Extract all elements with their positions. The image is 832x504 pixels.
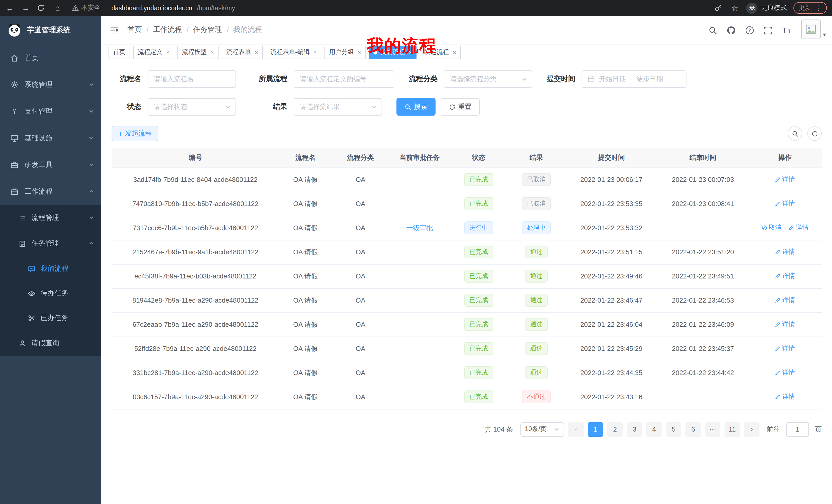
url-host: dashboard.yudao.iocoder.cn — [111, 4, 192, 11]
result-select[interactable]: 请选择流结果 — [294, 98, 382, 116]
page-content: 流程名 请输入流程名 所属流程 请输入流程定义的编号 流程分类 请选择流程分类 — [101, 61, 832, 504]
chevron-up-icon — [88, 240, 94, 247]
tab-my-process[interactable]: 我的流程× — [369, 46, 417, 59]
breadcrumb-task-mgmt[interactable]: 任务管理 — [193, 25, 222, 34]
page-size-select[interactable]: 10条/页 — [520, 422, 564, 437]
process-name-label: 流程名 — [111, 75, 141, 84]
browser-chrome: ← → ⌂ 不安全 | dashboard.yudao.iocoder.cn/b… — [0, 0, 832, 16]
detail-link[interactable]: 详情 — [775, 175, 795, 184]
refresh-table-button[interactable] — [807, 127, 822, 141]
more-pages-button[interactable]: ··· — [705, 422, 721, 437]
prev-page-button[interactable]: ‹ — [568, 422, 583, 437]
bookmark-star-icon[interactable]: ☆ — [730, 3, 739, 12]
address-bar[interactable]: 不安全 | dashboard.yudao.iocoder.cn/bpm/tas… — [72, 4, 235, 12]
submit-time-range[interactable]: 开始日期 - 结束日期 — [581, 71, 686, 88]
detail-link[interactable]: 详情 — [788, 223, 809, 232]
table-row: 3ad174fb-7b9d-11ec-8404-acde48001122 OA … — [111, 167, 822, 192]
browser-reload-icon[interactable] — [37, 4, 46, 12]
github-icon[interactable] — [727, 26, 736, 40]
page-button-4[interactable]: 4 — [646, 422, 662, 437]
tab-start-process[interactable]: 发起流程× — [420, 46, 461, 59]
chat-bubble-icon — [28, 265, 35, 273]
tab-process-form-edit[interactable]: 流程表单-编辑× — [266, 46, 321, 59]
browser-menu-icon[interactable]: ⋮ — [815, 4, 822, 12]
font-size-icon[interactable]: TT — [782, 26, 792, 40]
sidebar-item-todo-tasks[interactable]: 待办任务 — [0, 281, 101, 306]
page-button-2[interactable]: 2 — [607, 422, 623, 437]
sidebar-item-workflow[interactable]: 工作流程 — [0, 178, 101, 205]
search-button[interactable]: 搜索 — [396, 98, 436, 116]
page-button-6[interactable]: 6 — [685, 422, 701, 437]
tab-home[interactable]: 首页 — [108, 46, 130, 59]
home-icon — [10, 54, 19, 62]
avatar-caret-icon[interactable]: ▾ — [823, 31, 826, 40]
table-header-row: 编号 流程名 流程分类 当前审批任务 状态 结果 提交时间 结束时间 操作 — [111, 148, 822, 167]
close-icon[interactable]: × — [452, 49, 456, 56]
avatar[interactable] — [801, 20, 821, 39]
calendar-icon — [588, 76, 595, 83]
browser-back-icon[interactable]: ← — [5, 4, 15, 12]
cancel-link[interactable]: 取消 — [761, 223, 781, 232]
page-button-1[interactable]: 1 — [588, 422, 603, 437]
task-link[interactable]: 一级审批 — [406, 224, 433, 231]
process-def-input[interactable]: 请输入流程定义的编号 — [294, 71, 394, 88]
page-button-5[interactable]: 5 — [666, 422, 681, 437]
hamburger-icon[interactable] — [101, 25, 128, 35]
sidebar-item-infra[interactable]: 基础设施 — [0, 125, 101, 151]
sidebar-item-leave-query[interactable]: 请假查询 — [0, 330, 101, 356]
detail-link[interactable]: 详情 — [775, 272, 795, 281]
reset-button[interactable]: 重置 — [441, 98, 480, 116]
next-page-button[interactable]: › — [744, 422, 759, 437]
close-icon[interactable]: × — [313, 49, 317, 56]
close-icon[interactable]: × — [408, 49, 412, 56]
detail-link[interactable]: 详情 — [775, 393, 795, 401]
category-select[interactable]: 请选择流程分类 — [444, 71, 532, 88]
tab-user-group[interactable]: 用户分组× — [324, 46, 366, 59]
help-icon[interactable]: ? — [745, 26, 755, 40]
breadcrumb-workflow[interactable]: 工作流程 — [153, 25, 182, 34]
browser-home-icon[interactable]: ⌂ — [53, 4, 62, 12]
process-name-input[interactable]: 请输入流程名 — [148, 71, 236, 88]
sidebar-item-payment[interactable]: ¥ 支付管理 — [0, 98, 101, 125]
close-icon[interactable]: × — [210, 49, 214, 56]
security-indicator[interactable]: 不安全 — [72, 4, 101, 12]
browser-forward-icon[interactable]: → — [21, 4, 30, 12]
sidebar-item-devtools[interactable]: 研发工具 — [0, 151, 101, 178]
tab-process-definition[interactable]: 流程定义× — [133, 46, 174, 59]
password-key-icon[interactable] — [714, 4, 724, 12]
detail-link[interactable]: 详情 — [775, 199, 795, 208]
sidebar-item-done-tasks[interactable]: 已办任务 — [0, 306, 101, 330]
app-logo[interactable]: 芋道管理系统 — [0, 16, 101, 45]
browser-update-button[interactable]: 更新 ⋮ — [794, 2, 827, 14]
tab-process-model[interactable]: 流程模型× — [177, 46, 218, 59]
detail-link[interactable]: 详情 — [775, 344, 795, 353]
sidebar-item-system[interactable]: 系统管理 — [0, 72, 101, 98]
detail-link[interactable]: 详情 — [775, 248, 795, 256]
status-badge: 已完成 — [464, 391, 493, 403]
fullscreen-icon[interactable] — [764, 26, 773, 40]
status-select[interactable]: 请选择状态 — [148, 98, 236, 116]
close-icon[interactable]: × — [357, 49, 361, 56]
sidebar-item-my-process[interactable]: 我的流程 — [0, 256, 101, 281]
close-icon[interactable]: × — [166, 49, 170, 56]
sidebar-item-home[interactable]: 首页 — [0, 45, 101, 72]
page-button-3[interactable]: 3 — [627, 422, 642, 437]
start-process-button[interactable]: + 发起流程 — [111, 126, 158, 141]
tags-view: 首页 流程定义× 流程模型× 流程表单× 流程表单-编辑× 用户分组× 我的流程… — [101, 44, 832, 61]
cancel-icon — [761, 225, 767, 231]
pencil-icon — [788, 225, 794, 231]
detail-link[interactable]: 详情 — [775, 320, 795, 329]
sidebar-item-task-mgmt[interactable]: 任务管理 — [0, 231, 101, 256]
breadcrumb-home[interactable]: 首页 — [128, 25, 142, 34]
eye-icon — [28, 289, 35, 297]
tab-process-form[interactable]: 流程表单× — [222, 46, 263, 59]
detail-link[interactable]: 详情 — [775, 368, 795, 377]
close-icon[interactable]: × — [255, 49, 258, 56]
toggle-search-button[interactable] — [788, 127, 802, 141]
goto-page-input[interactable]: 1 — [786, 422, 809, 437]
search-icon[interactable] — [709, 26, 718, 40]
page-button-11[interactable]: 11 — [725, 422, 740, 437]
sidebar-item-process-mgmt[interactable]: 流程管理 — [0, 205, 101, 231]
detail-link[interactable]: 详情 — [775, 296, 795, 305]
pencil-icon — [775, 249, 781, 255]
